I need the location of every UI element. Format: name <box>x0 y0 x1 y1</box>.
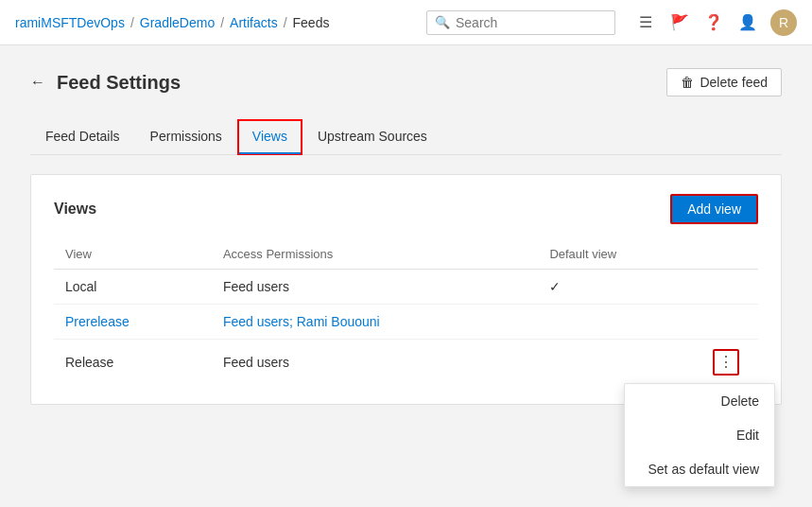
breadcrumb-sep-1: / <box>130 15 134 30</box>
tab-views[interactable]: Views <box>237 119 302 155</box>
avatar[interactable]: R <box>770 9 797 36</box>
default-release <box>538 340 701 386</box>
col-view: View <box>54 239 212 270</box>
search-icon: 🔍 <box>435 15 450 29</box>
access-prerelease: Feed users; Rami Bououni <box>212 305 538 340</box>
tab-upstream-sources[interactable]: Upstream Sources <box>302 119 442 155</box>
help-icon[interactable]: ❓ <box>702 11 725 34</box>
page-title: Feed Settings <box>57 72 181 94</box>
trash-icon: 🗑 <box>681 75 694 90</box>
more-options-button[interactable]: ⋮ <box>713 349 739 376</box>
table-header-row: View Access Permissions Default view <box>54 239 758 270</box>
breadcrumb: ramiMSFTDevOps / GradleDemo / Artifacts … <box>15 15 419 30</box>
breadcrumb-item-org[interactable]: ramiMSFTDevOps <box>15 15 125 30</box>
actions-release: ⋮ Delete Edit Set as default view <box>701 340 758 386</box>
delete-feed-button[interactable]: 🗑 Delete feed <box>666 68 782 96</box>
default-prerelease <box>538 305 701 340</box>
breadcrumb-sep-3: / <box>284 15 287 30</box>
page-header: ← Feed Settings 🗑 Delete feed <box>30 68 782 96</box>
actions-prerelease <box>701 305 758 340</box>
tab-permissions[interactable]: Permissions <box>135 119 237 155</box>
actions-local <box>701 270 758 305</box>
back-button[interactable]: ← <box>30 74 45 91</box>
add-view-button[interactable]: Add view <box>670 194 758 224</box>
table-row: Prerelease Feed users; Rami Bououni <box>54 305 758 340</box>
page-title-row: ← Feed Settings <box>30 72 181 94</box>
tab-feed-details[interactable]: Feed Details <box>30 119 135 155</box>
search-input[interactable] <box>456 15 607 30</box>
card-header: Views Add view <box>54 194 758 224</box>
col-access: Access Permissions <box>212 239 538 270</box>
default-local: ✓ <box>538 270 701 305</box>
dropdown-menu: Delete Edit Set as default view <box>624 383 775 487</box>
view-name-release: Release <box>54 340 212 386</box>
breadcrumb-item-feeds: Feeds <box>293 15 330 30</box>
col-default: Default view <box>538 239 701 270</box>
table-row: Local Feed users ✓ <box>54 270 758 305</box>
dropdown-item-set-default[interactable]: Set as default view <box>625 452 774 486</box>
tabs-bar: Feed Details Permissions Views Upstream … <box>30 119 782 155</box>
view-name-local: Local <box>54 270 212 305</box>
main-content: ← Feed Settings 🗑 Delete feed Feed Detai… <box>0 45 812 507</box>
views-card: Views Add view View Access Permissions D… <box>30 174 782 405</box>
list-icon[interactable]: ☰ <box>634 11 657 34</box>
access-release: Feed users <box>212 340 538 386</box>
checkmark-icon: ✓ <box>549 279 561 294</box>
breadcrumb-sep-2: / <box>220 15 224 30</box>
access-local: Feed users <box>212 270 538 305</box>
delete-feed-label: Delete feed <box>700 75 768 90</box>
search-box[interactable]: 🔍 <box>426 10 615 35</box>
dropdown-item-edit[interactable]: Edit <box>625 418 774 452</box>
breadcrumb-item-artifacts[interactable]: Artifacts <box>230 15 278 30</box>
nav-icons: ☰ 🚩 ❓ 👤 R <box>634 9 797 36</box>
dropdown-container: ⋮ Delete Edit Set as default view <box>713 349 747 376</box>
table-row: Release Feed users ⋮ Delete Edit Set as … <box>54 340 758 386</box>
col-actions <box>701 239 758 270</box>
flag-icon[interactable]: 🚩 <box>668 11 691 34</box>
user-settings-icon[interactable]: 👤 <box>736 11 759 34</box>
top-navigation: ramiMSFTDevOps / GradleDemo / Artifacts … <box>0 0 812 45</box>
breadcrumb-item-project[interactable]: GradleDemo <box>140 15 215 30</box>
dropdown-item-delete[interactable]: Delete <box>625 384 774 418</box>
view-name-prerelease: Prerelease <box>54 305 212 340</box>
views-table: View Access Permissions Default view Loc… <box>54 239 758 385</box>
card-title: Views <box>54 201 96 218</box>
